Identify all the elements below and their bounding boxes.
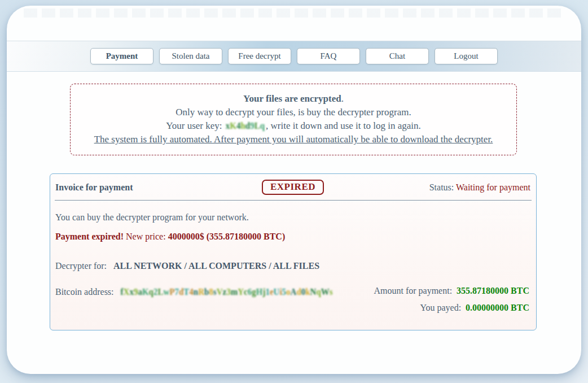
invoice-badge-wrap: EXPIRED	[262, 180, 324, 195]
new-price-label: New price:	[124, 232, 168, 241]
payment-amounts: Amount for payment:355.87180000 BTC You …	[343, 286, 529, 320]
expired-badge: EXPIRED	[262, 180, 324, 195]
bitcoin-address-obfuscated: fXx9aKq2LwP7dT4nRb8sVz3mYc6gHj1eUi5oAd0k…	[121, 287, 333, 297]
user-key-label: Your user key:	[166, 120, 225, 131]
decrypter-scope-line: Decrypter for:ALL NETWORK / ALL COMPUTER…	[50, 261, 536, 271]
amount-for-payment-value: 355.87180000 BTC	[457, 286, 529, 295]
status-value: Waiting for payment	[456, 182, 530, 192]
nav-button-faq[interactable]: FAQ	[297, 48, 360, 64]
you-payed-label: You payed:	[420, 303, 461, 312]
card-top-texture	[24, 8, 564, 18]
invoice-header: Invoice for payment EXPIRED Status: Wait…	[50, 174, 536, 200]
nav-button-payment[interactable]: Payment	[90, 48, 153, 64]
nav-button-free-decrypt[interactable]: Free decrypt	[228, 48, 291, 64]
payment-details-row: Bitcoin address: fXx9aKq2LwP7dT4nRb8sVz3…	[50, 286, 536, 320]
notice-line-3: Your user key: xK4hd9Lq, write it down a…	[77, 119, 510, 133]
you-payed-row: You payed:0.00000000 BTC	[343, 303, 529, 313]
bitcoin-address-line: Bitcoin address: fXx9aKq2LwP7dT4nRb8sVz3…	[55, 286, 343, 297]
payment-expired-label: Payment expired!	[55, 232, 124, 241]
status-label: Status:	[429, 182, 454, 192]
page: { "nav": { "items": [ {"label": "Payment…	[0, 0, 588, 383]
notice-line-2: Only way to decrypt your files, is buy t…	[77, 106, 510, 119]
invoice-panel: Invoice for payment EXPIRED Status: Wait…	[50, 173, 537, 330]
invoice-title: Invoice for payment	[55, 182, 262, 193]
notice-line1-rest: .	[341, 93, 344, 104]
user-key-suffix: , write it down and use it to log in aga…	[266, 120, 421, 131]
bitcoin-address-label: Bitcoin address:	[55, 287, 114, 297]
nav-button-stolen-data[interactable]: Stolen data	[159, 48, 222, 64]
main-card: Payment Stolen data Free decrypt FAQ Cha…	[7, 6, 581, 374]
nav-button-chat[interactable]: Chat	[366, 48, 429, 64]
amount-for-payment-label: Amount for payment:	[374, 286, 452, 295]
notice-line-1: Your files are encrypted.	[77, 92, 510, 106]
new-price-value: 4000000$ (355.87180000 BTC)	[168, 232, 286, 241]
amount-for-payment-row: Amount for payment:355.87180000 BTC	[343, 286, 529, 296]
invoice-status: Status: Waiting for payment	[324, 182, 530, 193]
user-key-obfuscated: xK4hd9Lq	[226, 119, 265, 133]
invoice-header-divider	[55, 200, 532, 201]
decrypter-for-label: Decrypter for:	[55, 261, 107, 271]
decrypter-for-value: ALL NETWORK / ALL COMPUTERS / ALL FILES	[113, 261, 319, 271]
encryption-notice-box: Your files are encrypted. Only way to de…	[70, 84, 517, 155]
you-payed-value: 0.00000000 BTC	[466, 303, 529, 312]
notice-line1-bold: Your files are encrypted	[243, 93, 341, 104]
payment-expired-line: Payment expired! New price: 4000000$ (35…	[50, 232, 536, 242]
nav-bar: Payment Stolen data Free decrypt FAQ Cha…	[7, 41, 581, 72]
invoice-intro-text: You can buy the decrypter program for yo…	[50, 212, 536, 223]
nav-button-logout[interactable]: Logout	[435, 48, 498, 64]
notice-line-4: The system is fully automated. After pay…	[77, 133, 510, 146]
